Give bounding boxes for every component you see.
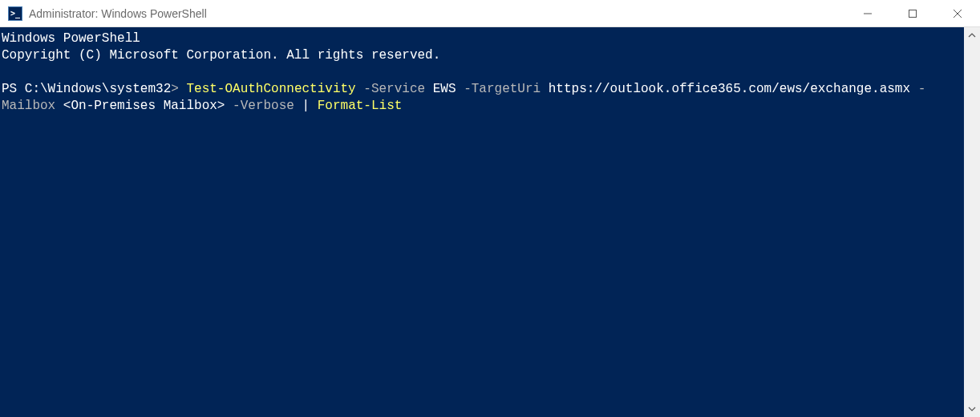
arg-mailbox: <On-Premises Mailbox> xyxy=(63,99,225,113)
param-mailbox-dash: - xyxy=(918,82,926,96)
terminal-area: Windows PowerShell Copyright (C) Microso… xyxy=(0,27,980,417)
scroll-track[interactable] xyxy=(964,43,980,401)
powershell-icon-glyph: >_ xyxy=(10,9,20,18)
close-button[interactable] xyxy=(935,0,980,26)
cmdlet-format-list: Format-List xyxy=(318,99,403,113)
window-titlebar: >_ Administrator: Windows PowerShell xyxy=(0,0,980,27)
arg-targeturi: https://outlook.office365.com/ews/exchan… xyxy=(549,82,910,96)
prompt-prefix: PS C:\Windows\system32 xyxy=(2,82,171,96)
banner-line-1: Windows PowerShell xyxy=(2,31,140,46)
banner-line-2: Copyright (C) Microsoft Corporation. All… xyxy=(2,48,440,63)
param-mailbox-rest: Mailbox xyxy=(2,99,55,113)
cmdlet-test-oauth: Test-OAuthConnectivity xyxy=(186,82,355,96)
window-controls xyxy=(845,0,980,26)
pipe-operator: | xyxy=(302,99,310,113)
maximize-button[interactable] xyxy=(890,0,935,26)
scroll-up-arrow[interactable] xyxy=(964,27,980,43)
powershell-icon: >_ xyxy=(8,6,22,21)
arg-service: EWS xyxy=(433,82,456,96)
minimize-button[interactable] xyxy=(845,0,890,26)
window-title: Administrator: Windows PowerShell xyxy=(29,7,845,20)
terminal[interactable]: Windows PowerShell Copyright (C) Microso… xyxy=(0,27,964,417)
svg-rect-1 xyxy=(909,10,917,17)
param-service: -Service xyxy=(363,82,425,96)
prompt-arrow: > xyxy=(171,82,179,96)
param-verbose: -Verbose xyxy=(233,99,294,113)
param-targeturi: -TargetUri xyxy=(464,82,541,96)
vertical-scrollbar[interactable] xyxy=(964,27,980,417)
scroll-down-arrow[interactable] xyxy=(964,401,980,417)
